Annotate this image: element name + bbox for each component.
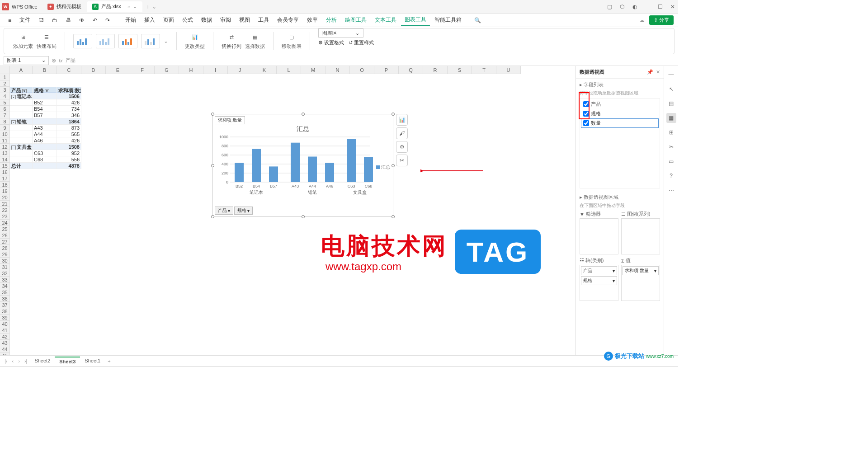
row-header[interactable]: 33 <box>0 277 10 283</box>
preview-icon[interactable]: 👁 <box>75 15 88 25</box>
row-header[interactable]: 9 <box>0 125 10 131</box>
redo-icon[interactable]: ↷ <box>102 15 113 25</box>
col-header[interactable]: F <box>130 66 155 74</box>
cell[interactable]: 952 <box>57 150 81 156</box>
style-option[interactable] <box>118 34 137 48</box>
sheet-tab[interactable]: Sheet2 <box>30 357 55 366</box>
change-type-button[interactable]: 📊更改类型 <box>185 33 205 50</box>
tab-menu-icon[interactable]: ○ <box>127 4 131 9</box>
cell[interactable]: 873 <box>57 125 81 131</box>
row-header[interactable]: 12 <box>0 144 10 150</box>
row-header[interactable]: 21 <box>0 201 10 207</box>
reset-style-button[interactable]: ↺ 重置样式 <box>349 39 374 46</box>
chart-brush-icon[interactable]: 🖌 <box>396 127 408 139</box>
cell[interactable] <box>10 125 33 131</box>
filter-area[interactable] <box>580 218 618 254</box>
field-item[interactable]: 规格 <box>581 109 659 118</box>
close-icon[interactable]: ✕ <box>656 69 660 75</box>
quick-layout-button[interactable]: ☰快速布局 <box>37 33 57 50</box>
cube-icon[interactable]: ⬡ <box>618 3 626 10</box>
field-checkbox[interactable] <box>583 111 589 117</box>
row-header[interactable]: 11 <box>0 137 10 144</box>
properties-icon[interactable]: ⊞ <box>666 127 676 137</box>
row-header[interactable]: 14 <box>0 156 10 163</box>
folder-icon[interactable]: 🗀 <box>48 15 61 25</box>
row-header[interactable]: 10 <box>0 131 10 137</box>
axis-field[interactable]: 规格▾ <box>581 276 617 285</box>
chart-legend[interactable]: 汇总 <box>376 164 390 170</box>
layout-icon[interactable]: ▤ <box>666 99 676 108</box>
row-header[interactable]: 1 <box>0 74 10 80</box>
field-item[interactable]: 产品 <box>581 99 659 109</box>
row-header[interactable]: 45 <box>0 352 10 355</box>
cell[interactable]: 总计 <box>10 163 33 169</box>
save-icon[interactable]: 🖫 <box>35 15 47 25</box>
help-icon[interactable]: ? <box>666 171 676 181</box>
row-header[interactable]: 16 <box>0 169 10 175</box>
cell[interactable]: 1864 <box>57 118 81 125</box>
menu-item[interactable]: 分析 <box>322 14 340 26</box>
row-header[interactable]: 13 <box>0 150 10 156</box>
cell[interactable]: 产品▾ <box>10 87 33 93</box>
name-box[interactable]: 图表 1⌄ <box>4 56 49 65</box>
row-header[interactable]: 36 <box>0 296 10 302</box>
cell[interactable]: A43 <box>33 125 57 131</box>
cell[interactable] <box>10 156 33 163</box>
menu-item[interactable]: 视图 <box>236 14 254 26</box>
row-header[interactable]: 44 <box>0 346 10 352</box>
book-icon[interactable]: ▭ <box>666 156 676 166</box>
search-icon[interactable]: 🔍 <box>471 15 485 25</box>
cell[interactable]: A44 <box>33 131 57 137</box>
cell[interactable]: B52 <box>33 99 57 106</box>
col-header[interactable]: P <box>374 66 399 74</box>
row-header[interactable]: 31 <box>0 264 10 270</box>
cell[interactable]: -铅笔 <box>10 118 33 125</box>
col-header[interactable]: N <box>326 66 350 74</box>
col-header[interactable]: M <box>301 66 326 74</box>
close-button[interactable]: ✕ <box>669 3 676 10</box>
menu-item[interactable]: 效率 <box>303 14 321 26</box>
file-menu[interactable]: 文件 <box>16 14 34 26</box>
chart-filter-product[interactable]: 产品▾ <box>215 207 233 215</box>
cell[interactable] <box>33 118 57 125</box>
col-header[interactable]: E <box>106 66 130 74</box>
row-header[interactable]: 37 <box>0 302 10 308</box>
cloud-icon[interactable]: ☁ <box>639 17 645 24</box>
maximize-button[interactable]: ☐ <box>656 3 664 10</box>
tab-template[interactable]: ✦ 找稻壳模板 <box>42 1 87 12</box>
row-header[interactable]: 19 <box>0 188 10 194</box>
share-button[interactable]: ⇧ 分享 <box>649 15 674 25</box>
panel-icon[interactable]: ▢ <box>606 3 613 10</box>
menu-chart-tools[interactable]: 图表工具 <box>401 14 430 26</box>
col-header[interactable]: U <box>496 66 521 74</box>
menu-item[interactable]: 智能工具箱 <box>431 14 465 26</box>
col-header[interactable]: S <box>448 66 472 74</box>
cell[interactable]: 规格▾ <box>33 87 57 93</box>
col-header[interactable]: G <box>155 66 179 74</box>
row-header[interactable]: 23 <box>0 213 10 220</box>
menu-item[interactable]: 会员专享 <box>274 14 302 26</box>
value-field[interactable]: 求和项:数量▾ <box>623 266 659 275</box>
row-header[interactable]: 20 <box>0 194 10 201</box>
chart-area-dropdown[interactable]: 图表区⌄ <box>318 28 363 38</box>
add-tab-button[interactable]: + <box>146 3 150 10</box>
pin-icon[interactable]: 📌 <box>647 69 653 75</box>
move-chart-button[interactable]: ▢移动图表 <box>282 33 302 50</box>
avatar-icon[interactable]: ◐ <box>631 3 638 10</box>
style-option[interactable] <box>141 34 160 48</box>
row-header[interactable]: 34 <box>0 283 10 289</box>
menu-item[interactable]: 绘图工具 <box>341 14 370 26</box>
col-header[interactable]: T <box>472 66 496 74</box>
sheet-area[interactable]: ABCDEFGHIJKLMNOPQRSTU1234567891011121314… <box>0 66 576 355</box>
col-header[interactable]: J <box>228 66 252 74</box>
chart-style-gallery[interactable]: ⌄ <box>69 28 173 54</box>
chart-element-icon[interactable]: 📊 <box>396 114 408 126</box>
chart-plot-area[interactable]: 02004006008001000B52B54B57笔记本A43A44A46铅笔… <box>217 137 382 196</box>
collapse-icon[interactable]: — <box>666 70 676 80</box>
axis-field[interactable]: 产品▾ <box>581 266 617 275</box>
row-header[interactable]: 42 <box>0 334 10 340</box>
col-header[interactable]: B <box>33 66 57 74</box>
field-list-title[interactable]: ▸ 字段列表 <box>580 81 660 88</box>
row-header[interactable]: 25 <box>0 226 10 232</box>
cell[interactable] <box>33 93 57 99</box>
